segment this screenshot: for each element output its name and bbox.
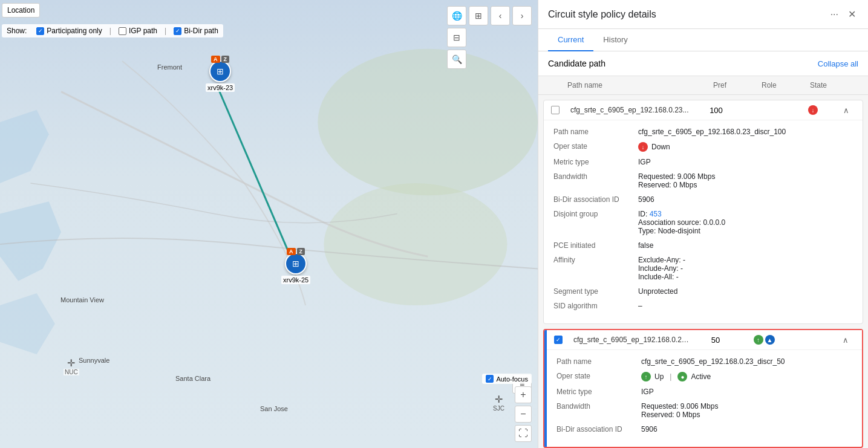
panel-header-actions: ··· ✕ (828, 6, 858, 22)
detail2-oper-state-row: Oper state ↑ Up | ● Active (556, 372, 852, 381)
disjoint-id: ID: 453 (638, 210, 853, 218)
detail2-bandwidth-label: Bandwidth (556, 402, 641, 419)
path-row-1-header: cfg_srte_c_6905_ep_192.168.0.23... 100 ↓… (544, 100, 863, 120)
oper-state-text: Down (651, 143, 670, 151)
path-2-toggle[interactable]: ∧ (837, 336, 855, 345)
sjc-cross-icon: ✛ (495, 394, 503, 405)
affinity-exclude: Exclude-Any: - (638, 256, 853, 264)
path-row-2-wrapper: cfg_srte_c_6905_ep_192.168.0.23... 50 ↑ … (544, 330, 862, 447)
role-up-icon: ↑ (754, 335, 763, 345)
detail-segment-type-value: Unprotected (638, 287, 853, 296)
map-container[interactable]: Location Show: Participating only | IGP … (0, 0, 538, 448)
tab-history-label: History (603, 35, 627, 44)
tab-history[interactable]: History (593, 29, 637, 51)
oper-state-up-icon: ↑ (641, 372, 651, 381)
path-row-1: cfg_srte_c_6905_ep_192.168.0.23... 100 ↓… (543, 100, 863, 324)
path-table-header: Path name Pref Role State (538, 76, 868, 95)
oper-state-row-1: ↓ Down (638, 142, 853, 152)
detail-metric-type-row: Metric type IGP (553, 158, 853, 166)
detail-disjoint-row: Disjoint group ID: 453 Association sourc… (553, 210, 853, 235)
svg-line-6 (219, 90, 298, 273)
tab-current-label: Current (558, 35, 584, 44)
panel-tabs: Current History (538, 29, 868, 51)
path-2-details: Path name cfg_srte_c_6905_ep_192.168.0.2… (547, 350, 862, 447)
node-xrv9k-23-label: xrv9k-23 (206, 83, 235, 92)
candidate-path-header: Candidate path Collapse all (538, 51, 868, 76)
tab-current[interactable]: Current (548, 29, 593, 51)
detail-sid-label: SID algorithm (553, 302, 638, 310)
path-2-pref: 50 (691, 336, 740, 345)
detail2-path-name-row: Path name cfg_srte_c_6905_ep_192.168.0.2… (556, 357, 852, 366)
disjoint-type: Type: Node-disjoint (638, 227, 853, 235)
detail-segment-type-row: Segment type Unprotected (553, 287, 853, 296)
path-1-toggle[interactable]: ∧ (837, 106, 855, 115)
path-2-checkbox[interactable] (554, 336, 573, 344)
col-path-name: Path name (567, 81, 713, 89)
detail-metric-type-value: IGP (638, 158, 853, 166)
detail-oper-state-value: ↓ Down (638, 142, 853, 152)
oper-state-up-text: Up (654, 372, 664, 381)
detail-bandwidth-value: Requested: 9.006 Mbps Reserved: 0 Mbps (638, 172, 853, 189)
disjoint-id-link[interactable]: 453 (650, 210, 662, 218)
detail2-bandwidth-value: Requested: 9.006 Mbps Reserved: 0 Mbps (641, 402, 852, 419)
node-xrv9k-25[interactable]: A Z ⊞ xrv9k-25 (281, 253, 310, 284)
node-xrv9k-23-badges: A Z (211, 56, 229, 63)
path-2-cb-icon (554, 336, 563, 344)
detail-path-name-row: Path name cfg_srte_c_6905_ep_192.168.0.2… (553, 128, 853, 136)
col-state: State (810, 81, 858, 89)
detail2-bidir-label: Bi-Dir association ID (556, 425, 641, 433)
path-row-2-header: cfg_srte_c_6905_ep_192.168.0.23... 50 ↑ … (547, 330, 862, 350)
detail-sid-value: – (638, 302, 853, 310)
oper-state-active-text: Active (691, 372, 711, 381)
detail-bandwidth-row: Bandwidth Requested: 9.006 Mbps Reserved… (553, 172, 853, 189)
bandwidth2-reserved: Reserved: 0 Mbps (641, 411, 852, 419)
oper-state-separator: | (670, 372, 671, 381)
detail2-metric-type-label: Metric type (556, 388, 641, 396)
detail-disjoint-label: Disjoint group (553, 210, 638, 235)
path-1-pref: 100 (692, 106, 740, 115)
detail-bandwidth-label: Bandwidth (553, 172, 638, 189)
panel-content[interactable]: Candidate path Collapse all Path name Pr… (538, 51, 868, 448)
badge-a-25: A (287, 248, 296, 255)
bandwidth-reserved: Reserved: 0 Mbps (638, 181, 853, 189)
panel-title: Circuit style policy details (548, 9, 656, 20)
badge-a: A (211, 56, 220, 63)
detail2-bidir-row: Bi-Dir association ID 5906 (556, 425, 852, 433)
nuc-cross-icon: ✛ (67, 357, 75, 369)
detail2-path-name-value: cfg_srte_c_6905_ep_192.168.0.23_discr_50 (641, 357, 852, 366)
detail2-oper-state-value: ↑ Up | ● Active (641, 372, 852, 381)
col-pref: Pref (713, 81, 762, 89)
nuc-label: NUC (64, 369, 79, 375)
path-1-checkbox[interactable] (551, 106, 570, 114)
role-active-icon: ▲ (765, 335, 775, 345)
bandwidth-requested: Requested: 9.006 Mbps (638, 172, 853, 181)
path-1-name: cfg_srte_c_6905_ep_192.168.0.23... (570, 106, 692, 114)
detail-metric-type-label: Metric type (553, 158, 638, 166)
nuc-marker: ✛ NUC (64, 357, 79, 375)
path-1-state-icon: ↓ (808, 105, 818, 115)
sjc-marker: ✛ SJC (493, 394, 504, 412)
path-2-name: cfg_srte_c_6905_ep_192.168.0.23... (573, 336, 691, 344)
detail2-path-name-label: Path name (556, 357, 641, 366)
col-role: Role (762, 81, 810, 89)
detail2-bidir-value: 5906 (641, 425, 852, 433)
path-2-role: ↑ ▲ (740, 335, 788, 345)
detail-segment-type-label: Segment type (553, 287, 638, 296)
node-xrv9k-25-badges: A Z (287, 248, 305, 255)
node-xrv9k-25-icon: ⊞ (285, 253, 307, 274)
detail-sid-row: SID algorithm – (553, 302, 853, 310)
node-xrv9k-23[interactable]: A Z ⊞ xrv9k-23 (206, 60, 235, 92)
collapse-all-button[interactable]: Collapse all (818, 59, 858, 68)
detail-path-name-label: Path name (553, 128, 638, 136)
detail-pce-value: false (638, 241, 853, 250)
path-1-cb-icon (551, 106, 560, 114)
detail-affinity-value: Exclude-Any: - Include-Any: - Include-Al… (638, 256, 853, 281)
detail2-metric-type-value: IGP (641, 388, 852, 396)
affinity-include-any: Include-Any: - (638, 264, 853, 273)
candidate-path-title: Candidate path (548, 59, 605, 68)
detail-affinity-row: Affinity Exclude-Any: - Include-Any: - I… (553, 256, 853, 281)
more-options-button[interactable]: ··· (828, 7, 841, 22)
path-row-2: cfg_srte_c_6905_ep_192.168.0.23... 50 ↑ … (543, 329, 863, 448)
oper-state-row-2: ↑ Up | ● Active (641, 372, 852, 381)
close-panel-button[interactable]: ✕ (846, 6, 858, 22)
